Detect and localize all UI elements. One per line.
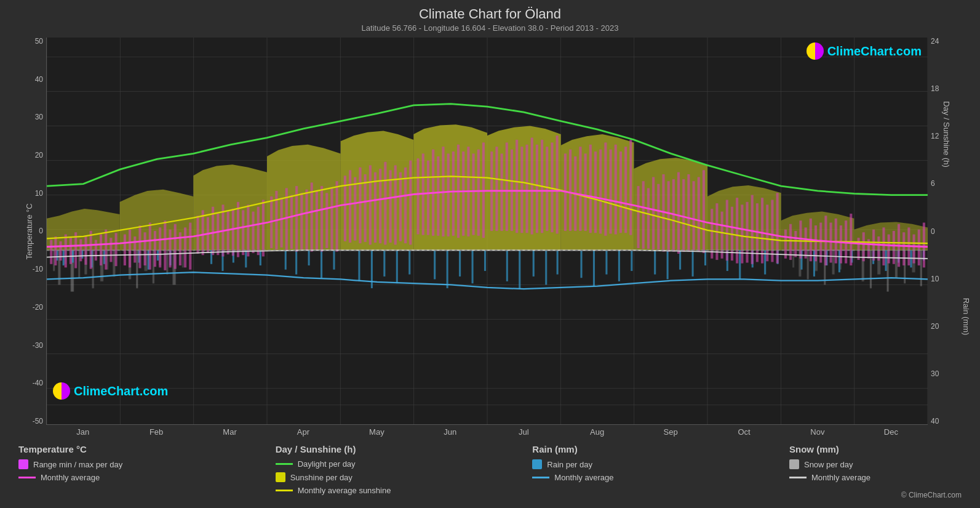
svg-rect-45 — [807, 250, 809, 279]
svg-rect-79 — [371, 250, 373, 288]
svg-rect-164 — [227, 212, 229, 255]
svg-rect-96 — [618, 250, 620, 281]
svg-rect-145 — [129, 230, 131, 268]
svg-rect-138 — [90, 231, 92, 269]
svg-rect-206 — [447, 153, 450, 236]
y-axis-left: Temperature °C 50 40 30 20 10 0 -10 -20 … — [12, 38, 46, 425]
svg-rect-207 — [452, 151, 455, 236]
svg-rect-190 — [364, 174, 367, 242]
svg-rect-114 — [885, 250, 886, 271]
svg-rect-256 — [711, 209, 713, 259]
svg-rect-143 — [114, 233, 117, 266]
svg-rect-94 — [593, 250, 595, 286]
svg-rect-89 — [519, 250, 520, 288]
svg-rect-179 — [305, 190, 308, 251]
svg-rect-220 — [520, 147, 523, 233]
x-tick-feb: Feb — [119, 427, 193, 437]
svg-rect-222 — [531, 138, 533, 235]
svg-rect-148 — [144, 232, 146, 265]
svg-rect-245 — [652, 177, 655, 250]
y-tick-right-0: 0 — [931, 228, 968, 235]
legend-item-sunshine-avg: Monthly average sunshine — [276, 486, 448, 495]
x-tick-jan: Jan — [46, 427, 119, 437]
legend-item-rain-bars: Rain per day — [532, 459, 704, 469]
y-tick-left-6: -10 — [12, 265, 43, 273]
logo-bottom-left: ClimeChart.com — [53, 382, 168, 400]
copyright: © ClimeChart.com — [789, 491, 962, 499]
chart-svg — [47, 38, 928, 424]
svg-rect-212 — [477, 150, 480, 236]
svg-rect-194 — [384, 162, 386, 245]
svg-rect-193 — [379, 169, 381, 243]
svg-rect-130 — [50, 240, 52, 264]
svg-rect-252 — [687, 174, 690, 252]
svg-rect-133 — [65, 235, 67, 268]
svg-rect-98 — [654, 250, 656, 274]
svg-rect-188 — [354, 177, 356, 241]
svg-rect-159 — [202, 210, 204, 255]
svg-rect-142 — [110, 238, 112, 262]
svg-rect-216 — [500, 153, 503, 231]
legend-label-daylight: Daylight per day — [298, 459, 356, 469]
svg-rect-189 — [359, 167, 361, 243]
svg-rect-162 — [217, 214, 219, 255]
svg-rect-274 — [805, 227, 807, 258]
svg-rect-215 — [495, 147, 498, 231]
svg-rect-154 — [174, 224, 177, 269]
svg-marker-120 — [193, 164, 267, 250]
svg-rect-156 — [184, 227, 186, 267]
svg-rect-74 — [295, 250, 297, 274]
svg-rect-171 — [262, 200, 265, 257]
svg-rect-174 — [280, 198, 282, 248]
legend-item-rain-avg: Monthly average — [532, 473, 704, 482]
svg-rect-93 — [580, 250, 582, 278]
svg-rect-236 — [604, 142, 607, 235]
svg-rect-101 — [691, 250, 693, 276]
svg-rect-229 — [569, 150, 572, 231]
svg-rect-238 — [615, 145, 617, 235]
svg-rect-191 — [369, 165, 372, 244]
svg-rect-192 — [374, 172, 376, 243]
svg-rect-86 — [471, 250, 473, 283]
svg-rect-181 — [316, 191, 318, 249]
svg-rect-202 — [427, 161, 429, 235]
svg-rect-277 — [819, 223, 822, 263]
svg-rect-99 — [667, 250, 669, 279]
svg-rect-291 — [893, 231, 895, 264]
svg-rect-42 — [182, 250, 184, 267]
svg-rect-87 — [484, 250, 486, 271]
svg-rect-134 — [70, 238, 72, 264]
chart-title: Climate Chart for Öland — [12, 6, 968, 22]
svg-rect-48 — [832, 250, 835, 274]
svg-rect-90 — [533, 250, 535, 276]
svg-marker-126 — [634, 158, 707, 250]
legend-label-snow-bars: Snow per day — [804, 460, 853, 469]
svg-rect-178 — [300, 193, 303, 249]
legend-label-snow-avg: Monthly average — [811, 473, 870, 482]
svg-rect-82 — [408, 250, 410, 274]
legend-label-rain-bars: Rain per day — [547, 460, 592, 469]
svg-rect-149 — [149, 223, 151, 270]
svg-rect-204 — [437, 156, 439, 236]
x-tick-sep: Sep — [634, 427, 707, 437]
svg-rect-71 — [245, 250, 247, 267]
svg-rect-250 — [677, 172, 680, 254]
y-axis-left-label: Temperature °C — [25, 203, 34, 259]
svg-rect-241 — [629, 140, 632, 235]
legend-title-sunshine: Day / Sunshine (h) — [276, 444, 448, 454]
legend-col-rain: Rain (mm) Rain per day Monthly average — [532, 444, 704, 499]
legend-item-temp-avg: Monthly average — [18, 473, 191, 482]
y-tick-left-4: 10 — [12, 190, 43, 197]
svg-rect-184 — [330, 188, 333, 250]
svg-rect-242 — [637, 186, 639, 248]
svg-rect-66 — [157, 250, 159, 260]
svg-rect-289 — [882, 227, 885, 265]
legend-col-temperature: Temperature °C Range min / max per day M… — [18, 444, 191, 499]
y-tick-left-1: 40 — [12, 76, 43, 83]
svg-rect-237 — [609, 150, 612, 234]
svg-rect-169 — [252, 212, 254, 253]
legend-title-snow: Snow (mm) — [789, 444, 962, 454]
x-tick-may: May — [340, 427, 413, 437]
legend-item-snow-bars: Snow per day — [789, 459, 962, 469]
svg-rect-135 — [74, 232, 77, 268]
